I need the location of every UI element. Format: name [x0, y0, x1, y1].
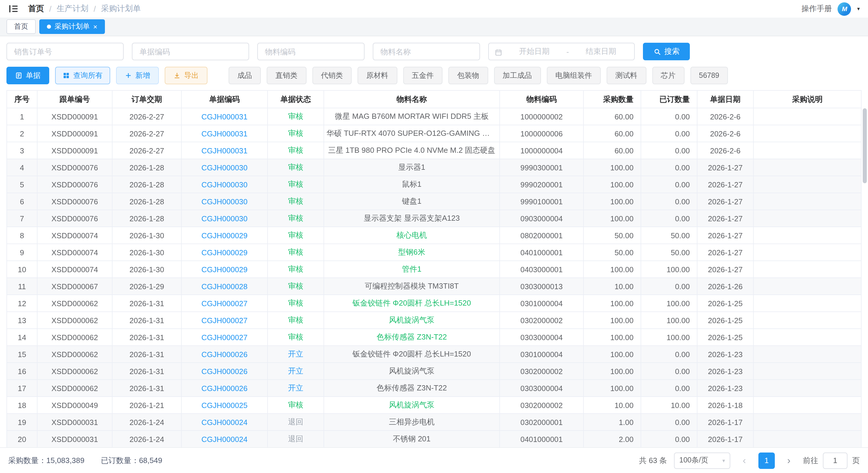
category-filter-button[interactable]: 芯片 — [652, 67, 684, 84]
current-page-button[interactable]: 1 — [758, 452, 775, 469]
table-row[interactable]: 12 XSDD000062 2026-1-31 CGJH000027 审核 钣金… — [7, 295, 861, 312]
doc-button[interactable]: 单据 — [6, 67, 49, 84]
query-all-button[interactable]: 查询所有 — [55, 67, 110, 84]
doc-link[interactable]: CGJH000024 — [201, 435, 248, 443]
status-text: 审核 — [288, 112, 303, 121]
table-row[interactable]: 8 XSDD000074 2026-1-30 CGJH000029 审核 核心电… — [7, 227, 861, 244]
status-text: 审核 — [288, 299, 303, 307]
table-row[interactable]: 10 XSDD000074 2026-1-30 CGJH000029 审核 管件… — [7, 261, 861, 278]
sidebar-collapse-icon[interactable] — [8, 3, 19, 14]
table-row[interactable]: 1 XSDD000091 2026-2-27 CGJH000031 审核 微星 … — [7, 108, 861, 125]
ordered-total-label: 已订数量： — [101, 456, 139, 465]
manual-link[interactable]: 操作手册 — [802, 3, 832, 14]
doc-link[interactable]: CGJH000026 — [201, 384, 248, 393]
doc-link[interactable]: CGJH000024 — [201, 418, 248, 427]
doc-link[interactable]: CGJH000030 — [201, 180, 248, 189]
cell-doc-date: 2026-2-6 — [697, 108, 753, 125]
goto-page-input[interactable] — [823, 452, 847, 469]
table-row[interactable]: 17 XSDD000062 2026-1-31 CGJH000026 开立 色标… — [7, 380, 861, 397]
next-page-button[interactable]: › — [782, 452, 796, 469]
tab-home[interactable]: 首页 — [6, 19, 36, 34]
cell-material-name: 风机旋涡气泵 — [324, 397, 500, 414]
date-range-picker[interactable]: 开始日期 - 结束日期 — [488, 43, 635, 60]
tab-close-icon[interactable]: × — [93, 23, 97, 30]
prev-page-button[interactable]: ‹ — [737, 452, 751, 469]
add-button[interactable]: 新增 — [116, 67, 159, 84]
cell-order-no: XSDD000031 — [37, 431, 112, 447]
export-button[interactable]: 导出 — [165, 67, 208, 84]
category-filter-button[interactable]: 成品 — [228, 67, 261, 84]
doc-link[interactable]: CGJH000026 — [201, 367, 248, 375]
cell-doc-date: 2026-1-17 — [697, 431, 753, 447]
table-row[interactable]: 11 XSDD000067 2026-1-29 CGJH000028 审核 可编… — [7, 278, 861, 295]
sales-order-input[interactable] — [6, 43, 124, 60]
category-filter-button[interactable]: 加工成品 — [494, 67, 541, 84]
tab-purchase-plan[interactable]: 采购计划单 × — [39, 19, 105, 34]
cell-ordered-qty: 0.00 — [641, 210, 697, 227]
cell-status: 审核 — [268, 244, 324, 261]
top-header-bar: 首页 / 生产计划 / 采购计划单 操作手册 M ▾ — [0, 0, 868, 18]
cell-purchase-qty: 10.00 — [584, 278, 641, 295]
doc-link[interactable]: CGJH000029 — [201, 265, 248, 274]
col-ordered-qty: 已订数量 — [641, 91, 697, 108]
user-avatar[interactable]: M — [838, 2, 851, 15]
doc-link[interactable]: CGJH000025 — [201, 401, 248, 409]
cell-material-code: 0303000004 — [500, 329, 584, 346]
search-button[interactable]: 搜索 — [643, 43, 690, 60]
table-row[interactable]: 15 XSDD000062 2026-1-31 CGJH000026 开立 钣金… — [7, 346, 861, 363]
doc-link[interactable]: CGJH000027 — [201, 299, 248, 308]
category-filter-button[interactable]: 原材料 — [358, 67, 397, 84]
doc-link[interactable]: CGJH000030 — [201, 197, 248, 206]
vertical-scrollbar-thumb[interactable] — [863, 108, 867, 183]
cell-purchase-qty: 100.00 — [584, 261, 641, 278]
doc-code-input[interactable] — [132, 43, 249, 60]
table-row[interactable]: 6 XSDD000076 2026-1-28 CGJH000030 审核 键盘1… — [7, 193, 861, 210]
category-filter-button[interactable]: 测试料 — [607, 67, 646, 84]
doc-link[interactable]: CGJH000030 — [201, 214, 248, 223]
open-tabs-bar: 首页 采购计划单 × — [0, 18, 868, 36]
cell-ordered-qty: 0.00 — [641, 380, 697, 397]
doc-link[interactable]: CGJH000031 — [201, 112, 248, 121]
table-row[interactable]: 5 XSDD000076 2026-1-28 CGJH000030 审核 鼠标1… — [7, 176, 861, 193]
page-size-select[interactable]: 100条/页 ▾ — [674, 452, 730, 469]
table-row[interactable]: 2 XSDD000091 2026-2-27 CGJH000031 审核 华硕 … — [7, 125, 861, 142]
cell-order-no: XSDD000062 — [37, 380, 112, 397]
category-filter-button[interactable]: 代销类 — [312, 67, 352, 84]
doc-link[interactable]: CGJH000029 — [201, 231, 248, 240]
doc-link[interactable]: CGJH000031 — [201, 129, 248, 138]
category-filter-button[interactable]: 包装物 — [448, 67, 488, 84]
table-row[interactable]: 7 XSDD000076 2026-1-28 CGJH000030 审核 显示器… — [7, 210, 861, 227]
breadcrumb-production-plan[interactable]: 生产计划 — [57, 3, 89, 14]
add-button-label: 新增 — [135, 71, 150, 80]
doc-link[interactable]: CGJH000030 — [201, 163, 248, 172]
breadcrumb-home[interactable]: 首页 — [28, 3, 44, 14]
cell-seq: 11 — [7, 278, 37, 295]
table-row[interactable]: 18 XSDD000049 2026-1-21 CGJH000025 审核 风机… — [7, 397, 861, 414]
table-row[interactable]: 20 XSDD000031 2026-1-24 CGJH000024 退回 不锈… — [7, 431, 861, 447]
material-name-text: 显示器1 — [398, 163, 425, 171]
cell-doc-no: CGJH000029 — [181, 227, 268, 244]
table-row[interactable]: 3 XSDD000091 2026-2-27 CGJH000031 审核 三星 … — [7, 142, 861, 159]
category-filter-button[interactable]: 电脑组装件 — [547, 67, 601, 84]
user-menu-caret-icon[interactable]: ▾ — [857, 6, 860, 12]
category-filter-button[interactable]: 56789 — [690, 67, 728, 84]
material-code-input[interactable] — [257, 43, 365, 60]
category-filter-button[interactable]: 直销类 — [267, 67, 306, 84]
table-row[interactable]: 4 XSDD000076 2026-1-28 CGJH000030 审核 显示器… — [7, 159, 861, 176]
cell-purchase-qty: 10.00 — [584, 397, 641, 414]
doc-link[interactable]: CGJH000031 — [201, 146, 248, 155]
table-row[interactable]: 16 XSDD000062 2026-1-31 CGJH000026 开立 风机… — [7, 363, 861, 380]
doc-link[interactable]: CGJH000027 — [201, 316, 248, 325]
cell-due-date: 2026-1-21 — [112, 397, 181, 414]
doc-link[interactable]: CGJH000026 — [201, 350, 248, 359]
category-filter-button[interactable]: 五金件 — [403, 67, 442, 84]
table-row[interactable]: 19 XSDD000031 2026-1-24 CGJH000024 退回 三相… — [7, 414, 861, 431]
table-row[interactable]: 13 XSDD000062 2026-1-31 CGJH000027 审核 风机… — [7, 312, 861, 329]
doc-link[interactable]: CGJH000028 — [201, 282, 248, 291]
cell-ordered-qty: 0.00 — [641, 142, 697, 159]
table-row[interactable]: 9 XSDD000074 2026-1-30 CGJH000029 审核 型钢6… — [7, 244, 861, 261]
table-row[interactable]: 14 XSDD000062 2026-1-31 CGJH000027 审核 色标… — [7, 329, 861, 346]
doc-link[interactable]: CGJH000029 — [201, 248, 248, 257]
material-name-input[interactable] — [373, 43, 480, 60]
doc-link[interactable]: CGJH000027 — [201, 333, 248, 342]
